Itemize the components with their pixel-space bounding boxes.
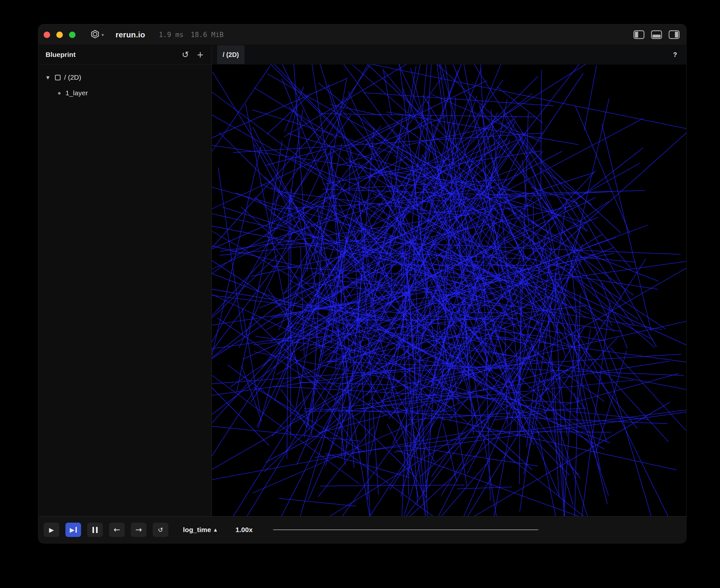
- tree-item-label: / (2D): [64, 74, 81, 81]
- pause-icon: [93, 527, 98, 533]
- timeline-selector[interactable]: log_time ▲: [183, 526, 217, 534]
- step-forward-button[interactable]: ▶: [65, 523, 81, 537]
- entity-icon: ◆: [57, 91, 62, 95]
- arrow-right-icon: →: [135, 525, 142, 534]
- step-forward-icon: ▶: [69, 526, 75, 533]
- help-button[interactable]: ?: [673, 51, 677, 59]
- blueprint-title: Blueprint: [45, 51, 76, 59]
- chevron-down-icon: ▾: [102, 32, 104, 37]
- play-icon: ▶: [49, 526, 54, 533]
- add-view-button[interactable]: +: [197, 50, 204, 59]
- viewport-area: / (2D) ?: [212, 45, 686, 516]
- blueprint-panel: Blueprint ↺ + ▼ / (2D) ◆ 1_layer: [38, 45, 212, 516]
- latency-value: 1.9 ms: [159, 31, 184, 39]
- reset-blueprint-button[interactable]: ↺: [182, 50, 189, 59]
- arrow-left-icon: ←: [114, 525, 120, 534]
- toggle-left-panel-icon[interactable]: [634, 30, 644, 39]
- memory-value: 18.6 MiB: [191, 31, 224, 39]
- toggle-bottom-panel-icon[interactable]: [651, 30, 662, 39]
- viewport-canvas[interactable]: [212, 64, 686, 516]
- view-2d-icon: [55, 75, 61, 80]
- content-area: Blueprint ↺ + ▼ / (2D) ◆ 1_layer: [38, 45, 686, 516]
- titlebar: ▾ rerun.io 1.9 ms 18.6 MiB: [38, 24, 686, 45]
- loop-icon: ↺: [158, 526, 163, 533]
- blueprint-header: Blueprint ↺ +: [38, 45, 212, 64]
- view-tabbar: / (2D) ?: [212, 45, 686, 64]
- blueprint-tree: ▼ / (2D) ◆ 1_layer: [38, 64, 212, 101]
- tree-item-label: 1_layer: [65, 89, 88, 97]
- disclosure-triangle-icon[interactable]: ▼: [46, 75, 52, 80]
- resource-stats: 1.9 ms 18.6 MiB: [159, 31, 224, 39]
- tree-item-root-2d[interactable]: ▼ / (2D): [38, 69, 212, 85]
- zoom-window-button[interactable]: [69, 31, 76, 38]
- panel-toggle-group: [634, 30, 680, 39]
- rerun-logo-icon: [91, 29, 100, 40]
- tab-2d-view[interactable]: / (2D): [217, 45, 244, 64]
- step-back-frame-button[interactable]: ←: [109, 523, 125, 537]
- time-panel: ▶ ▶ ← → ↺ log_time ▲ 1.00x: [38, 516, 686, 543]
- rerun-menu-button[interactable]: ▾: [91, 29, 104, 40]
- rerun-window: ▾ rerun.io 1.9 ms 18.6 MiB: [38, 24, 686, 543]
- play-button[interactable]: ▶: [44, 523, 59, 537]
- pause-button[interactable]: [87, 523, 103, 537]
- step-forward-frame-button[interactable]: →: [131, 523, 146, 537]
- toggle-right-panel-icon[interactable]: [668, 30, 680, 39]
- traffic-lights: [44, 31, 76, 38]
- sort-up-icon: ▲: [214, 527, 217, 532]
- loop-button[interactable]: ↺: [153, 523, 168, 537]
- playback-speed[interactable]: 1.00x: [236, 526, 253, 534]
- minimize-window-button[interactable]: [56, 31, 63, 38]
- tree-item-1-layer[interactable]: ◆ 1_layer: [38, 85, 212, 101]
- timeline-name-label: log_time: [183, 526, 211, 534]
- app-title: rerun.io: [116, 30, 145, 39]
- timeline-track[interactable]: [273, 529, 538, 530]
- close-window-button[interactable]: [44, 31, 50, 38]
